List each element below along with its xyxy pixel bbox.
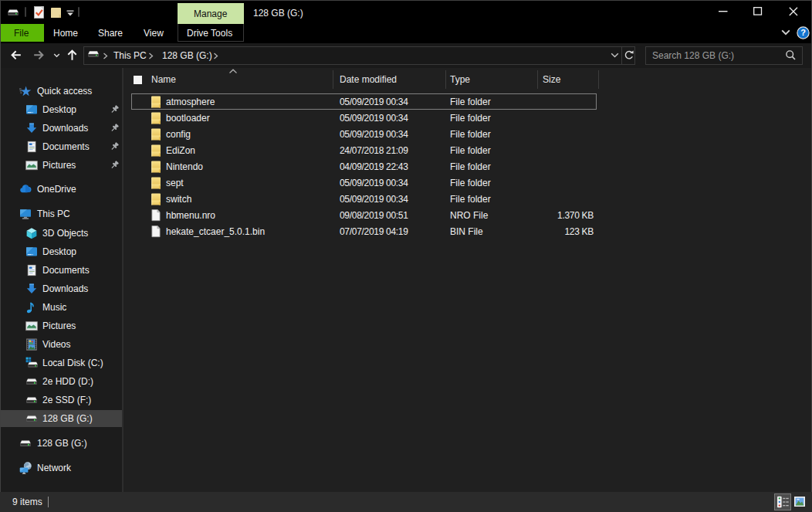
svg-text:?: ? (800, 28, 806, 37)
